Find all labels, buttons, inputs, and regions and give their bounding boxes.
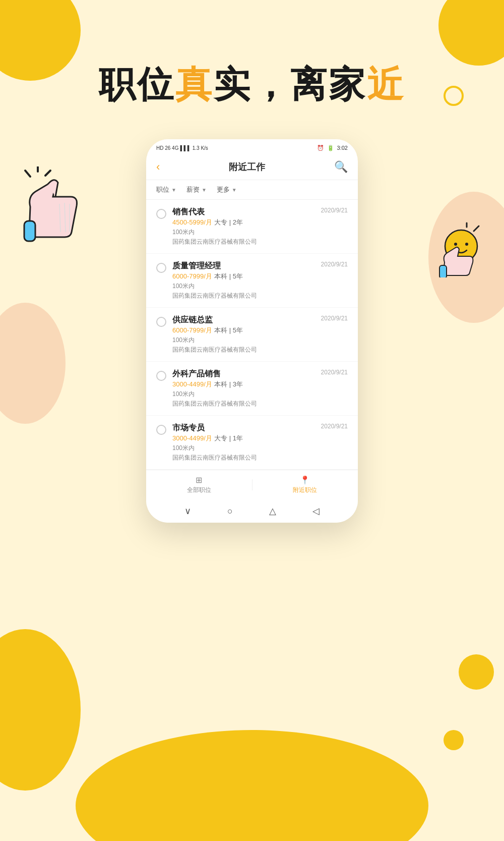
filter-salary[interactable]: 薪资 ▼ [186,185,207,194]
nav-nearby-jobs-label: 附近职位 [293,486,317,494]
system-nav: ∨ ○ △ ◁ [146,499,358,523]
deco-circle-bottomright [459,654,494,690]
job-content-4: 市场专员 2020/9/21 3000-4499/月 大专 | 1年 100米内… [172,423,348,462]
status-battery: 🔋 [327,145,334,151]
job-item[interactable]: 质量管理经理 2020/9/21 6000-7999/月 本科 | 5年 100… [146,254,358,308]
svg-line-0 [25,171,30,177]
back-button[interactable]: ‹ [156,160,160,174]
svg-point-10 [454,243,457,246]
job-company-2: 国药集团云南医疗器械有限公司 [172,346,348,354]
job-salary-row-4: 3000-4499/月 大专 | 1年 [172,433,348,443]
search-button[interactable]: 🔍 [334,160,348,174]
deco-blob-left-bottom [0,629,81,791]
nav-nearby-jobs[interactable]: 📍 附近职位 [253,475,358,494]
job-header-4: 市场专员 2020/9/21 [172,423,348,433]
job-tags-3: 本科 | 3年 [214,380,243,388]
job-title-4: 市场专员 [172,423,205,433]
status-time: 3:02 [337,145,348,151]
job-content-3: 外科产品销售 2020/9/21 3000-4499/月 本科 | 3年 100… [172,369,348,408]
job-company-0: 国药集团云南医疗器械有限公司 [172,238,348,246]
job-company-3: 国药集团云南医疗器械有限公司 [172,400,348,408]
job-date-4: 2020/9/21 [321,423,348,430]
top-section: 职位真实，离家近 [0,0,504,109]
job-content-0: 销售代表 2020/9/21 4500-5999/月 大专 | 2年 100米内… [172,207,348,246]
bottom-nav: ⊞ 全部职位 📍 附近职位 [146,470,358,499]
sys-back-button[interactable]: ∨ [184,506,191,517]
status-alarm: ⏰ [317,145,324,151]
filter-position[interactable]: 职位 ▼ [156,185,176,194]
status-bar-right: ⏰ 🔋 3:02 [317,145,348,151]
job-item[interactable]: 供应链总监 2020/9/21 6000-7999/月 本科 | 5年 100米… [146,308,358,362]
job-salary-row-1: 6000-7999/月 本科 | 5年 [172,271,348,281]
job-title-2: 供应链总监 [172,315,213,325]
job-salary-row-0: 4500-5999/月 大专 | 2年 [172,217,348,227]
sys-recent-button[interactable]: ◁ [312,506,320,517]
app-title: 附近工作 [229,161,265,173]
filter-salary-label: 薪资 [186,185,200,194]
job-salary-2: 6000-7999/月 [172,326,212,334]
location-icon: 📍 [300,475,310,485]
svg-line-2 [45,171,50,176]
job-radio-3[interactable] [156,371,166,381]
job-item[interactable]: 市场专员 2020/9/21 3000-4499/月 大专 | 1年 100米内… [146,416,358,470]
job-content-2: 供应链总监 2020/9/21 6000-7999/月 本科 | 5年 100米… [172,315,348,354]
headline: 职位真实，离家近 [0,61,504,109]
job-date-1: 2020/9/21 [321,261,348,268]
job-title-0: 销售代表 [172,207,205,217]
job-header-1: 质量管理经理 2020/9/21 [172,261,348,271]
job-item[interactable]: 销售代表 2020/9/21 4500-5999/月 大专 | 2年 100米内… [146,200,358,254]
nav-all-jobs[interactable]: ⊞ 全部职位 [146,475,252,494]
job-location-4: 100米内 [172,444,348,453]
thumb-icon-left [15,166,96,247]
job-date-3: 2020/9/21 [321,369,348,376]
job-tags-1: 本科 | 5年 [214,272,243,280]
filter-more[interactable]: 更多 ▼ [217,185,237,194]
filter-position-arrow: ▼ [171,187,176,193]
job-tags-4: 大专 | 1年 [214,434,243,442]
job-header-0: 销售代表 2020/9/21 [172,207,348,217]
job-radio-0[interactable] [156,209,166,219]
headline-middle: 实，离家 [214,64,367,104]
nav-all-jobs-label: 全部职位 [187,486,211,494]
job-tags-2: 本科 | 5年 [214,326,243,334]
job-radio-4[interactable] [156,425,166,435]
status-signal: ▌▌▌ [180,145,191,151]
phone-mockup: HD 26 4G ▌▌▌ 1.3 K/s ⏰ 🔋 3:02 ‹ 附近工作 🔍 职… [146,139,358,523]
app-header: ‹ 附近工作 🔍 [146,154,358,180]
job-title-3: 外科产品销售 [172,369,221,379]
filter-row: 职位 ▼ 薪资 ▼ 更多 ▼ [146,180,358,200]
status-bar-left-text: HD 26 4G [156,145,178,151]
headline-highlight2: 近 [367,64,405,104]
job-item[interactable]: 外科产品销售 2020/9/21 3000-4499/月 本科 | 3年 100… [146,362,358,416]
job-title-1: 质量管理经理 [172,261,221,271]
job-salary-0: 4500-5999/月 [172,218,212,226]
notch-area [247,144,278,151]
deco-circle-bottomright2 [444,730,464,750]
job-list: 销售代表 2020/9/21 4500-5999/月 大专 | 2年 100米内… [146,200,358,470]
svg-line-7 [474,226,479,231]
sys-home-button[interactable]: △ [269,506,276,517]
job-salary-3: 3000-4499/月 [172,380,212,388]
filter-position-label: 职位 [156,185,169,194]
headline-prefix: 职位 [99,64,175,104]
filter-salary-arrow: ▼ [202,187,207,193]
svg-point-11 [465,243,468,246]
job-location-2: 100米内 [172,336,348,345]
status-speed: 1.3 K/s [193,145,208,151]
job-salary-row-2: 6000-7999/月 本科 | 5年 [172,325,348,335]
job-date-0: 2020/9/21 [321,207,348,214]
deco-blob-bottom [76,730,428,841]
job-location-1: 100米内 [172,282,348,291]
grid-icon: ⊞ [196,475,202,485]
job-location-3: 100米内 [172,390,348,399]
job-radio-2[interactable] [156,317,166,327]
job-company-4: 国药集团云南医疗器械有限公司 [172,454,348,462]
headline-highlight1: 真 [175,64,214,104]
status-bar-left: HD 26 4G ▌▌▌ 1.3 K/s [156,145,208,151]
job-salary-row-3: 3000-4499/月 本科 | 3年 [172,379,348,389]
job-tags-0: 大专 | 2年 [214,218,243,226]
job-salary-1: 6000-7999/月 [172,272,212,280]
job-content-1: 质量管理经理 2020/9/21 6000-7999/月 本科 | 5年 100… [172,261,348,300]
sys-menu-button[interactable]: ○ [227,506,233,517]
job-radio-1[interactable] [156,263,166,273]
